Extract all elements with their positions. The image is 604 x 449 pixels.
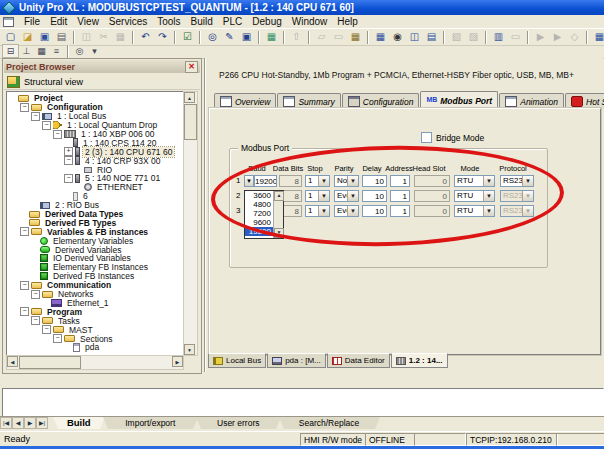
chevron-down-icon[interactable]: ▼ <box>483 176 494 186</box>
tab-hot-standby[interactable]: Hot Standby <box>565 93 604 109</box>
doc-tab-pda-m[interactable]: pda : [M... <box>267 353 326 368</box>
output-tab-import-export[interactable]: Import/export <box>103 417 199 429</box>
last-tab-icon[interactable]: ▶| <box>36 417 48 429</box>
new-button[interactable]: ▢ <box>2 30 19 44</box>
dropdown-scrollbar[interactable]: ▲ ▼ <box>273 191 283 238</box>
expand-minus-icon[interactable]: − <box>64 174 73 183</box>
tree-item-communication[interactable]: −Communication <box>9 281 183 290</box>
tab-modbus-port[interactable]: MBModbus Port <box>420 91 498 109</box>
baud-option-4800[interactable]: 4800 <box>245 200 274 209</box>
row2-stop-combo[interactable]: 1▼ <box>305 190 330 202</box>
doc-tab-1-2-14[interactable]: 1.2 : 14... <box>391 353 448 368</box>
tab-animation[interactable]: Animation <box>499 93 564 109</box>
expand-minus-icon[interactable]: − <box>53 334 62 343</box>
zoom-arrow-button[interactable]: ▾ <box>87 45 102 57</box>
pc-screen-button[interactable]: ▦ <box>263 30 280 44</box>
structural-view-button[interactable]: ⊟ <box>2 44 19 58</box>
undo-button[interactable]: ↶ <box>137 30 154 44</box>
tab-summary[interactable]: Summary <box>277 93 340 109</box>
row1-mode-combo[interactable]: RTU▼ <box>454 175 495 187</box>
baud-dropdown-list[interactable]: ▲ ▼ 360048007200960019200 <box>244 190 284 239</box>
row3-address-field[interactable]: 1 <box>390 205 410 217</box>
prev-tab-icon[interactable]: ◀ <box>12 417 24 429</box>
chevron-down-icon[interactable]: ▼ <box>347 206 358 216</box>
row1-delay-field[interactable]: 10 <box>362 175 387 187</box>
find-button[interactable]: ◎ <box>204 30 221 44</box>
row1-protocol-combo[interactable]: RS232▼ <box>500 175 534 187</box>
row1-parity-combo[interactable]: None▼ <box>334 175 359 187</box>
tree-vertical-scrollbar[interactable]: ▲ ▼ <box>183 91 198 356</box>
baud-option-19200[interactable]: 19200 <box>245 227 274 236</box>
project-browser-titlebar[interactable]: Project Browser ✕ <box>4 60 200 73</box>
baud-option-7200[interactable]: 7200 <box>245 209 274 218</box>
baud-option-3600[interactable]: 3600 <box>245 191 274 200</box>
chevron-down-icon[interactable]: ▼ <box>483 206 494 216</box>
data-editor-button[interactable]: ◫ <box>406 30 423 44</box>
row1-address-field[interactable]: 1 <box>390 175 410 187</box>
row1-baud-field[interactable]: 19200 <box>254 175 277 187</box>
expand-plus-icon[interactable]: + <box>64 147 73 156</box>
menu-window[interactable]: Window <box>287 16 333 27</box>
expand-minus-icon[interactable]: − <box>31 316 40 325</box>
go-to-button[interactable]: ✎ <box>221 30 238 44</box>
functional-view-button[interactable]: ⊥ <box>19 45 34 57</box>
row2-address-field[interactable]: 1 <box>390 190 410 202</box>
library-button[interactable]: ▣ <box>238 30 255 44</box>
search-button[interactable]: ◉ <box>389 30 406 44</box>
output-tab-user-errors[interactable]: User errors <box>196 417 281 429</box>
list-view-button[interactable]: ≡ <box>49 45 64 57</box>
expand-minus-icon[interactable]: − <box>31 290 40 299</box>
row3-stop-combo[interactable]: 1▼ <box>305 205 330 217</box>
tree-item-ethernet[interactable]: ETHERNET <box>9 183 183 192</box>
menu-view[interactable]: View <box>72 16 104 27</box>
scroll-down-icon[interactable]: ▼ <box>274 228 284 238</box>
next-tab-icon[interactable]: ▶ <box>24 417 36 429</box>
doc-tab-local-bus[interactable]: Local Bus <box>208 353 266 368</box>
tab-overview[interactable]: Overview <box>214 93 276 109</box>
scroll-up-icon[interactable]: ▲ <box>274 191 284 201</box>
zoom-button[interactable]: ◎ <box>72 45 87 57</box>
chevron-down-icon[interactable]: ▼ <box>347 176 358 186</box>
grid-view-button[interactable]: ▦ <box>34 45 49 57</box>
output-tab-search-replace[interactable]: Search/Replace <box>279 417 380 429</box>
print-button[interactable]: ▤ <box>53 30 70 44</box>
expand-minus-icon[interactable]: − <box>20 281 29 290</box>
expand-minus-icon[interactable]: − <box>31 112 40 121</box>
tree-item-pda[interactable]: pda <box>9 343 183 352</box>
save-button[interactable]: ▣ <box>36 30 53 44</box>
menu-help[interactable]: Help <box>332 16 363 27</box>
first-tab-icon[interactable]: |◀ <box>0 417 12 429</box>
row2-delay-field[interactable]: 10 <box>362 190 387 202</box>
chevron-down-icon[interactable]: ▼ <box>318 176 329 186</box>
chevron-down-icon[interactable]: ▼ <box>347 191 358 201</box>
menu-debug[interactable]: Debug <box>247 16 286 27</box>
row3-delay-field[interactable]: 10 <box>362 205 387 217</box>
checkbox-icon[interactable] <box>421 132 432 143</box>
bridge-mode-checkbox[interactable]: Bridge Mode <box>421 132 484 143</box>
menu-tools[interactable]: Tools <box>152 16 185 27</box>
doc-tab-data-editor[interactable]: Data Editor <box>327 353 390 368</box>
expand-minus-icon[interactable]: − <box>64 156 73 165</box>
row1-stop-combo[interactable]: 1▼ <box>305 175 330 187</box>
menu-build[interactable]: Build <box>186 16 218 27</box>
baud-option-9600[interactable]: 9600 <box>245 218 274 227</box>
expand-minus-icon[interactable]: − <box>53 130 62 139</box>
grid-button[interactable]: ▦ <box>591 30 604 44</box>
row1-baud-dropdown-button[interactable]: ▼ <box>244 175 254 187</box>
library-browser-button[interactable]: ▤ <box>423 30 440 44</box>
row2-parity-combo[interactable]: Even▼ <box>334 190 359 202</box>
expand-minus-icon[interactable]: − <box>20 103 29 112</box>
open-button[interactable]: ◪ <box>19 30 36 44</box>
expand-minus-icon[interactable]: − <box>20 307 29 316</box>
expand-minus-icon[interactable]: − <box>42 121 51 130</box>
menu-edit[interactable]: Edit <box>45 16 72 27</box>
expand-minus-icon[interactable]: − <box>42 325 51 334</box>
menu-services[interactable]: Services <box>104 16 152 27</box>
row3-mode-combo[interactable]: RTU▼ <box>454 205 495 217</box>
tree-item-tasks[interactable]: −Tasks <box>9 316 183 325</box>
columns-button[interactable]: ▥ <box>490 30 507 44</box>
row3-parity-combo[interactable]: Even▼ <box>334 205 359 217</box>
chevron-down-icon[interactable]: ▼ <box>318 191 329 201</box>
expand-minus-icon[interactable]: − <box>20 227 29 236</box>
output-tab-build[interactable]: Build <box>53 417 105 429</box>
